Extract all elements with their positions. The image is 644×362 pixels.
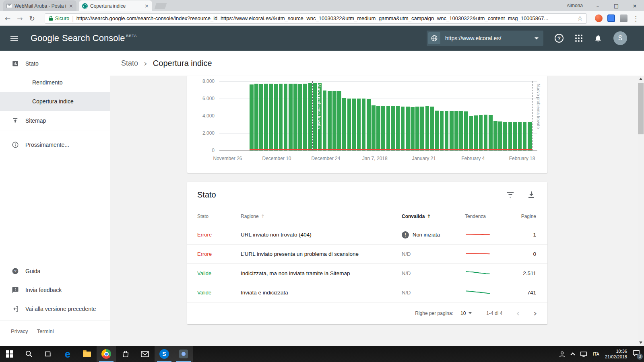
browser-profile-name[interactable]: simona — [567, 3, 583, 8]
chart-bar[interactable] — [508, 122, 512, 151]
chart-bar[interactable] — [523, 122, 527, 151]
chart-bar[interactable] — [401, 107, 405, 150]
start-button[interactable] — [0, 346, 19, 362]
hamburger-menu-icon[interactable] — [10, 35, 18, 42]
task-view-button[interactable] — [39, 346, 58, 362]
chart-bar[interactable] — [372, 105, 376, 150]
tab-copertura-indice[interactable]: Copertura indice × — [79, 0, 152, 11]
misc-app-button[interactable] — [174, 346, 193, 362]
chart-bar[interactable] — [430, 107, 434, 150]
row-reason[interactable]: L’URL inviato presenta un problema di sc… — [241, 251, 402, 257]
tab-close-icon[interactable]: × — [144, 3, 149, 9]
chart-bar[interactable] — [513, 122, 517, 150]
chart-bar[interactable] — [352, 99, 356, 150]
chart-bar[interactable] — [303, 84, 307, 150]
chart-bar[interactable] — [493, 121, 497, 150]
chart-bar[interactable] — [489, 115, 493, 150]
chart-bar[interactable] — [308, 83, 312, 150]
chart-bar[interactable] — [518, 122, 522, 150]
chart-bar[interactable] — [528, 122, 532, 150]
file-explorer-button[interactable] — [77, 346, 97, 362]
sidebar-item-guida[interactable]: ? Guida — [0, 261, 110, 280]
chart-bar[interactable] — [347, 99, 351, 150]
chart-bar[interactable] — [264, 84, 268, 150]
sidebar-item-sitemap[interactable]: Sitemap — [0, 111, 110, 130]
apps-grid-icon[interactable] — [575, 34, 583, 42]
avatar[interactable]: S — [613, 31, 627, 45]
chart-bar[interactable] — [425, 106, 429, 150]
chart-bar[interactable] — [323, 90, 327, 150]
chart-bar[interactable] — [396, 106, 400, 150]
url-text[interactable]: https://search.google.com/search-console… — [76, 15, 574, 21]
scrollbar-up-arrow[interactable] — [638, 76, 644, 82]
back-icon[interactable]: ← — [5, 14, 10, 23]
address-bar[interactable]: Sicuro | https://search.google.com/searc… — [45, 13, 587, 24]
chart-bar[interactable] — [269, 84, 273, 150]
chart-bar[interactable] — [415, 107, 419, 150]
table-row[interactable]: ValideInviata e indicizzataN/D741 — [187, 283, 547, 302]
chrome-button[interactable] — [97, 346, 116, 362]
chart-bar[interactable] — [440, 111, 444, 150]
taskbar-search-button[interactable] — [19, 346, 39, 362]
chart-bar[interactable] — [328, 91, 332, 150]
rows-per-page-caret-icon[interactable] — [469, 312, 472, 314]
chart-bar[interactable] — [406, 107, 410, 150]
chart-bar[interactable] — [450, 111, 454, 150]
chart-bar[interactable] — [357, 99, 361, 150]
sidebar-item-invia-feedback[interactable]: Invia feedback — [0, 280, 110, 299]
chart-bar[interactable] — [289, 84, 293, 150]
chart-bar[interactable] — [411, 107, 415, 150]
chart-bar[interactable] — [342, 98, 346, 150]
row-reason[interactable]: Inviata e indicizzata — [241, 290, 402, 296]
filter-icon[interactable] — [506, 191, 514, 199]
row-reason[interactable]: Indicizzata, ma non inviata tramite la S… — [241, 270, 402, 276]
property-selector[interactable]: https://www.elcoral.es/ — [427, 31, 543, 46]
minimize-button[interactable]: – — [588, 0, 607, 11]
extension-icon-blue[interactable] — [607, 14, 615, 22]
chart-bar[interactable] — [284, 84, 288, 150]
chart-bar[interactable] — [464, 111, 468, 150]
clock[interactable]: 10:36 21/02/2018 — [605, 348, 627, 360]
extension-icon-red[interactable] — [595, 14, 603, 22]
chart-bar[interactable] — [386, 106, 390, 150]
rows-per-page-value[interactable]: 10 — [460, 311, 466, 316]
chart-bar[interactable] — [459, 111, 463, 150]
chart-bar[interactable] — [420, 107, 424, 150]
chart-bar[interactable] — [474, 115, 478, 150]
chart-bar[interactable] — [484, 115, 488, 150]
chart-bar[interactable] — [454, 111, 458, 151]
browser-menu-icon[interactable]: ⋮ — [632, 14, 639, 23]
row-reason[interactable]: URL inviato non trovato (404) — [241, 232, 402, 238]
maximize-button[interactable]: □ — [607, 0, 625, 11]
notifications-bell-icon[interactable] — [594, 34, 602, 42]
chart-bar[interactable] — [250, 84, 254, 151]
mail-button[interactable] — [135, 346, 155, 362]
column-header-stato[interactable]: Stato — [197, 214, 241, 219]
tab-close-icon[interactable]: × — [69, 3, 73, 9]
chart-bar[interactable] — [279, 84, 283, 150]
vertical-scrollbar[interactable] — [638, 76, 644, 346]
sidebar-item-stato[interactable]: Stato — [0, 54, 110, 73]
chart-bar[interactable] — [391, 106, 395, 150]
people-icon[interactable] — [559, 351, 566, 358]
download-icon[interactable] — [527, 191, 535, 199]
chart-bar[interactable] — [479, 115, 483, 150]
forward-icon[interactable]: → — [17, 14, 23, 23]
chart-bar[interactable] — [367, 99, 371, 150]
scrollbar-down-arrow[interactable] — [638, 339, 644, 346]
terms-link[interactable]: Termini — [37, 328, 54, 334]
chart-bar[interactable] — [293, 84, 297, 150]
scrollbar-thumb[interactable] — [638, 83, 644, 134]
chart-bar[interactable] — [469, 116, 473, 150]
chart-bar[interactable] — [435, 111, 439, 150]
chart-bar[interactable] — [445, 111, 449, 150]
chart-bar[interactable] — [259, 84, 263, 150]
previous-page-icon[interactable]: ‹ — [516, 309, 520, 318]
chart-bar[interactable] — [332, 91, 336, 150]
close-button[interactable]: × — [625, 0, 644, 11]
bookmark-star-icon[interactable]: ☆ — [577, 14, 583, 22]
column-header-convalida[interactable]: Convalida↑ — [402, 214, 465, 219]
column-header-tendenza[interactable]: Tendenza — [465, 214, 517, 219]
sidebar-item-versione-precedente[interactable]: Vai alla versione precedente — [0, 299, 110, 318]
hidden-icons-chevron[interactable] — [571, 352, 574, 356]
